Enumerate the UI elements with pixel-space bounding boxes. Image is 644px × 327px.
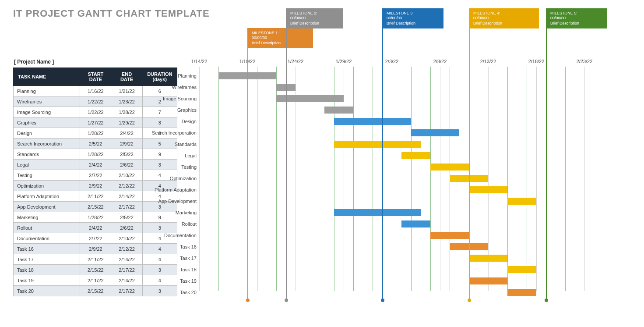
major-gridline (440, 67, 440, 291)
gantt-row-label: Legal (185, 153, 197, 158)
minor-gridline (507, 67, 508, 291)
cell-task: Task 20 (14, 286, 80, 296)
table-row: Task 192/11/222/14/224 (14, 275, 177, 286)
gantt-bar (401, 220, 430, 227)
cell-task: Task 18 (14, 265, 80, 275)
cell-task: Task 17 (14, 254, 80, 265)
table-row: Task 182/15/222/17/223 (14, 265, 177, 275)
cell-dur: 9 (142, 212, 177, 223)
axis-date-label: 2/23/22 (577, 59, 593, 64)
table-row: App Development2/15/222/17/223 (14, 202, 177, 212)
cell-dur: 4 (142, 254, 177, 265)
cell-task: Platform Adaptation (14, 191, 80, 202)
cell-end: 1/29/22 (111, 117, 142, 128)
milestone-flag: MILESTONE 2:00/00/00Brief Description (286, 8, 343, 28)
gantt-bar (334, 118, 411, 125)
minor-gridline (527, 67, 527, 291)
cell-start: 1/22/22 (80, 107, 111, 117)
gantt-row-label: Search Incorporation (152, 130, 197, 135)
gantt-row-label: Documentation (164, 233, 197, 238)
minor-gridline (430, 67, 431, 291)
gantt-bar (334, 141, 421, 148)
cell-dur: 5 (142, 139, 177, 149)
minor-gridline (238, 67, 238, 291)
table-row: Image Sourcing1/22/221/28/227 (14, 107, 177, 117)
gantt-bar (507, 198, 536, 205)
cell-task: Task 16 (14, 244, 80, 254)
cell-end: 2/6/22 (111, 160, 142, 170)
task-table-panel: [ Project Name ] TASK NAME START DATE EN… (13, 59, 177, 296)
cell-task: Documentation (14, 233, 80, 244)
cell-end: 1/28/22 (111, 107, 142, 117)
th-start: START DATE (80, 68, 111, 86)
table-row: Task 202/15/222/17/223 (14, 286, 177, 296)
axis-date-label: 2/13/22 (480, 59, 496, 64)
cell-start: 2/15/22 (80, 286, 111, 296)
milestone-flag: MILESTONE 3:00/00/00Brief Description (382, 8, 443, 28)
cell-end: 2/14/22 (111, 254, 142, 265)
table-row: Planning1/16/221/21/226 (14, 86, 177, 96)
milestone-desc: Brief Description (473, 21, 535, 26)
cell-start: 2/15/22 (80, 265, 111, 275)
cell-start: 1/27/22 (80, 117, 111, 128)
task-table: TASK NAME START DATE END DATE DURATION (… (13, 68, 177, 296)
table-row: Task 162/9/222/12/224 (14, 244, 177, 254)
cell-end: 2/14/22 (111, 191, 142, 202)
cell-start: 1/22/22 (80, 96, 111, 107)
cell-dur: 3 (142, 286, 177, 296)
cell-task: Image Sourcing (14, 107, 80, 117)
cell-start: 2/11/22 (80, 254, 111, 265)
cell-start: 1/28/22 (80, 149, 111, 160)
gantt-row-label: Task 18 (180, 267, 197, 272)
major-gridline (584, 67, 585, 291)
cell-end: 2/6/22 (111, 223, 142, 233)
cell-task: Marketing (14, 212, 80, 223)
table-row: Standards1/28/222/5/229 (14, 149, 177, 160)
cell-end: 2/14/22 (111, 275, 142, 286)
project-name-label: [ Project Name ] (14, 59, 177, 65)
gantt-row-label: Task 16 (180, 244, 197, 249)
milestone-date: 00/00/00 (290, 16, 338, 21)
cell-start: 1/28/22 (80, 128, 111, 139)
th-task: TASK NAME (14, 68, 80, 86)
table-row: Wireframes1/22/221/23/222 (14, 96, 177, 107)
gantt-row-label: Wireframes (172, 85, 197, 90)
gantt-bar (507, 289, 536, 296)
th-end: END DATE (111, 68, 142, 86)
cell-task: Legal (14, 160, 80, 170)
cell-start: 2/7/22 (80, 170, 111, 181)
milestone-line (469, 11, 470, 300)
table-row: Search Incorporation2/5/222/9/225 (14, 139, 177, 149)
table-row: Task 172/11/222/14/224 (14, 254, 177, 265)
cell-dur: 3 (142, 223, 177, 233)
cell-end: 2/4/22 (111, 128, 142, 139)
gantt-row-label: Testing (181, 164, 197, 170)
gantt-row-label: Planning (178, 73, 197, 78)
cell-end: 2/9/22 (111, 139, 142, 149)
cell-end: 2/17/22 (111, 202, 142, 212)
gantt-row-label: Marketing (176, 210, 197, 215)
axis-date-label: 1/29/22 (336, 59, 352, 64)
cell-dur: 3 (142, 160, 177, 170)
cell-task: Search Incorporation (14, 139, 80, 149)
gantt-row-label: Platform Adaptation (155, 187, 197, 192)
cell-start: 1/16/22 (80, 86, 111, 96)
cell-dur: 3 (142, 117, 177, 128)
major-gridline (199, 67, 200, 291)
gantt-bar (324, 107, 353, 114)
axis-date-label: 2/8/22 (433, 59, 447, 64)
gantt-chart-panel: 1/14/221/19/221/24/221/29/222/3/222/8/22… (199, 59, 637, 295)
milestone-flag: MILESTONE 4:00/00/00Brief Description (469, 8, 539, 28)
gantt-row-label: Image Sourcing (163, 96, 197, 101)
th-duration: DURATION (days) (142, 68, 177, 86)
cell-end: 1/21/22 (111, 86, 142, 96)
cell-end: 2/5/22 (111, 212, 142, 223)
table-row: Platform Adaptation2/11/222/14/224 (14, 191, 177, 202)
table-row: Legal2/4/222/6/223 (14, 160, 177, 170)
table-row: Rollout2/4/222/6/223 (14, 223, 177, 233)
cell-start: 2/11/22 (80, 191, 111, 202)
milestone-name: MILESTONE 1: (252, 31, 309, 36)
cell-start: 2/5/22 (80, 139, 111, 149)
cell-start: 2/4/22 (80, 223, 111, 233)
cell-task: App Development (14, 202, 80, 212)
